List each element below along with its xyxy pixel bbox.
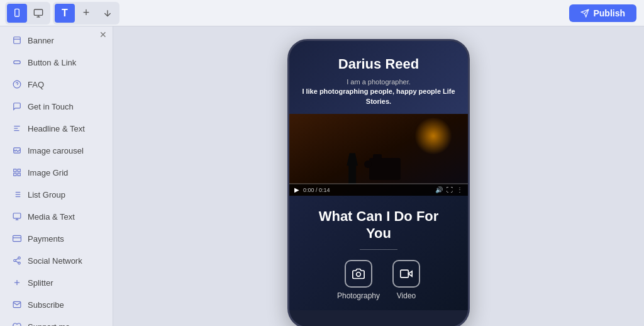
svg-rect-6 <box>14 37 21 44</box>
add-icon: + <box>83 6 90 20</box>
svg-line-32 <box>16 261 18 262</box>
video-camera-icon <box>400 267 413 280</box>
sidebar-item-image-carousel[interactable]: Image carousel <box>4 140 109 161</box>
svg-marker-39 <box>408 271 412 276</box>
phone-header: Darius Reed I am a photographer. I like … <box>289 41 468 114</box>
section-title-line2: You <box>366 225 391 241</box>
toolbar: T + Publish <box>0 0 644 26</box>
mobile-view-button[interactable] <box>7 4 27 23</box>
fullscreen-icon[interactable]: ⛶ <box>447 186 453 193</box>
video-controls-bar[interactable]: ▶ 0:00 / 0:14 🔊 ⛶ ⋮ <box>289 184 468 196</box>
camera-icon <box>352 267 365 280</box>
photography-icon-box <box>345 260 372 288</box>
payments-icon <box>11 233 23 244</box>
play-button[interactable]: ▶ <box>294 186 299 193</box>
sidebar: ✕ Banner Button & Link FAQ Get in Touch <box>0 26 113 326</box>
section-title-line1: What Can I Do For <box>319 208 439 224</box>
video-label: Video <box>397 291 416 300</box>
phone-mockup: Darius Reed I am a photographer. I like … <box>287 39 470 326</box>
list-group-icon <box>11 189 23 200</box>
video-time: 0:00 / 0:14 <box>303 187 431 193</box>
section-title: What Can I Do For You <box>299 208 458 242</box>
services-section: What Can I Do For You Photography <box>289 196 468 310</box>
svg-point-31 <box>18 262 21 264</box>
get-in-touch-icon <box>11 101 23 112</box>
text-format-button[interactable]: T <box>55 4 75 23</box>
svg-rect-16 <box>14 173 16 176</box>
support-me-icon <box>11 321 23 326</box>
sidebar-item-label: Image carousel <box>28 146 84 155</box>
main-layout: ✕ Banner Button & Link FAQ Get in Touch <box>0 26 644 326</box>
sidebar-item-label: List Group <box>28 190 65 200</box>
image-carousel-icon <box>11 145 23 156</box>
svg-rect-17 <box>18 173 20 176</box>
phone-name: Darius Reed <box>299 56 458 72</box>
desktop-view-button[interactable] <box>28 4 48 23</box>
sidebar-close-button[interactable]: ✕ <box>97 29 109 40</box>
sidebar-item-faq[interactable]: FAQ <box>4 74 109 95</box>
sidebar-item-headline-text[interactable]: Headline & Text <box>4 118 109 139</box>
sidebar-item-support-me[interactable]: Support me <box>4 316 109 326</box>
svg-point-1 <box>16 15 17 16</box>
svg-rect-2 <box>34 9 42 15</box>
sidebar-item-label: Button & Link <box>28 58 76 67</box>
sidebar-item-label: Get in Touch <box>28 102 74 111</box>
sidebar-item-social-network[interactable]: Social Network <box>4 250 109 271</box>
svg-rect-7 <box>14 61 21 64</box>
svg-point-38 <box>357 272 361 276</box>
social-network-icon <box>11 255 23 266</box>
svg-rect-15 <box>18 169 20 172</box>
phone-description: I like photographing people, happy peopl… <box>302 87 455 104</box>
sidebar-item-media-text[interactable]: Media & Text <box>4 206 109 227</box>
more-options-icon[interactable]: ⋮ <box>457 186 463 193</box>
sidebar-item-button-link[interactable]: Button & Link <box>4 52 109 73</box>
svg-rect-27 <box>13 235 21 241</box>
sidebar-item-label: Subscribe <box>28 300 64 310</box>
align-button[interactable] <box>97 4 118 23</box>
sidebar-item-label: Image Grid <box>28 168 68 177</box>
headline-text-icon <box>11 123 23 134</box>
button-link-icon <box>11 57 23 68</box>
sidebar-item-label: Media & Text <box>28 212 75 222</box>
sidebar-item-list-group[interactable]: List Group <box>4 184 109 205</box>
format-group: T + <box>53 2 119 25</box>
video-right-controls: 🔊 ⛶ ⋮ <box>435 186 463 193</box>
services-grid: Photography Video <box>299 260 458 300</box>
sidebar-item-label: Banner <box>28 36 54 45</box>
image-grid-icon <box>11 167 23 178</box>
sidebar-item-subscribe[interactable]: Subscribe <box>4 294 109 315</box>
service-video: Video <box>392 260 420 300</box>
light-glow <box>414 117 452 155</box>
volume-icon[interactable]: 🔊 <box>435 186 443 193</box>
canvas-area: Darius Reed I am a photographer. I like … <box>113 26 644 326</box>
sidebar-item-image-grid[interactable]: Image Grid <box>4 162 109 183</box>
sidebar-item-splitter[interactable]: Splitter <box>4 272 109 293</box>
sidebar-item-get-in-touch[interactable]: Get in Touch <box>4 96 109 117</box>
subscribe-icon <box>11 299 23 310</box>
video-section[interactable]: ▶ 0:00 / 0:14 🔊 ⛶ ⋮ <box>289 114 468 196</box>
faq-icon <box>11 79 23 90</box>
sidebar-item-label: FAQ <box>28 80 44 89</box>
publish-button[interactable]: Publish <box>569 4 636 22</box>
banner-icon <box>11 35 23 46</box>
video-icon-box <box>392 260 420 288</box>
phone-subtitle: I am a photographer. <box>299 77 458 87</box>
svg-rect-14 <box>14 169 16 172</box>
svg-point-29 <box>18 257 21 259</box>
view-toggle-group <box>5 2 50 25</box>
camera-top <box>373 154 382 159</box>
svg-point-30 <box>14 259 16 262</box>
sidebar-item-label: Splitter <box>28 278 53 288</box>
media-text-icon <box>11 211 23 222</box>
camera-shape <box>369 158 401 180</box>
sidebar-item-label: Social Network <box>28 256 82 266</box>
svg-rect-40 <box>401 270 409 278</box>
divider <box>360 249 397 250</box>
sidebar-item-payments[interactable]: Payments <box>4 228 109 249</box>
text-icon: T <box>62 8 68 19</box>
publish-icon <box>580 9 589 18</box>
add-button[interactable]: + <box>76 4 96 23</box>
sidebar-item-label: Headline & Text <box>28 124 85 133</box>
sidebar-item-banner[interactable]: Banner <box>4 30 109 51</box>
service-photography: Photography <box>337 260 380 300</box>
